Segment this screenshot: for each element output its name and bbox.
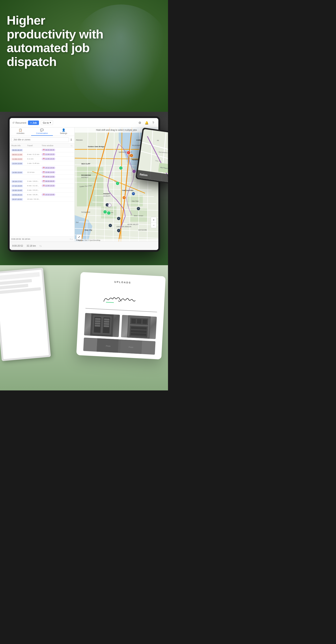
svg-text:SEA CLIFF: SEA CLIFF [81, 163, 90, 165]
table-row[interactable]: 14:50-15:05 13.14 km 13:40-14:40 [10, 170, 74, 175]
laptop-screen: ↺ Recurrent + Job Go to ▾ ⚙ 🔔 ? [10, 118, 158, 250]
hero-section: Higher productivity with automated job d… [0, 0, 168, 112]
settings-label: Settings [60, 132, 67, 134]
status-distance: 32.18 km [27, 245, 36, 247]
goto-button[interactable]: Go to ▾ [41, 120, 53, 125]
table-row[interactable]: 08:00-08:45 08:00-08:45 [10, 148, 74, 152]
table-row[interactable]: 16:16-17:01 2 min / 18.01... 08:00-08:45 [10, 179, 74, 184]
photo-partial: Photo Photo [83, 338, 156, 355]
svg-text:Silver Terrace: Silver Terrace [134, 215, 143, 216]
svg-rect-109 [104, 325, 109, 327]
table-row[interactable]: 11:08-13:23 3.11 km 11:00-13:15 [10, 157, 74, 161]
mobile-left-screen [0, 270, 49, 359]
zoom-out-button[interactable]: − [151, 222, 156, 228]
table-row[interactable]: 13:24-13:39 1 min / 3.45 km [10, 161, 74, 166]
svg-text:CROCKER-AMAZON: CROCKER-AMAZON [116, 226, 131, 228]
conversation-icon: 💬 [40, 128, 44, 132]
svg-text:5: 5 [134, 170, 134, 172]
svg-text:Daly City: Daly City [85, 229, 92, 231]
svg-text:8: 8 [124, 197, 124, 198]
svg-text:1: 1 [108, 212, 109, 214]
svg-rect-106 [104, 318, 109, 320]
footer-time-distance: 8:00-20:52 32.18 km [12, 238, 30, 240]
recurrent-toggle[interactable]: ↺ Recurrent [12, 121, 26, 124]
sort-icon[interactable]: ↑↓ [71, 144, 73, 147]
search-input[interactable] [12, 137, 69, 142]
status-time-range: 8:00-20:52 [12, 245, 23, 247]
svg-text:13: 13 [138, 208, 139, 209]
svg-rect-114 [131, 319, 136, 323]
settings-nav-icon: 👤 [62, 128, 65, 132]
settings-icon[interactable]: ⚙ [137, 120, 142, 125]
sidebar-nav-activities[interactable]: 📋 Activities [10, 128, 31, 136]
svg-rect-116 [142, 319, 147, 324]
svg-text:1: 1 [109, 204, 110, 206]
svg-text:BAYSHORE: BAYSHORE [138, 229, 147, 231]
map-controls: + − [151, 217, 156, 228]
right-device-screen: #4 Sacramento St Clay St Alta Plaza Park… [137, 129, 168, 182]
svg-text:Golden Gate Bridge: Golden Gate Bridge [88, 146, 105, 148]
toolbar-icons: ⚙ 🔔 ? [137, 120, 156, 125]
footer-time: 8:00-20:52 [12, 238, 21, 240]
table-row[interactable]: 08:53-11:08 8 min / 3.11 km 11:00-13:15 [10, 152, 74, 157]
laptop-frame: ↺ Recurrent + Job Go to ▾ ⚙ 🔔 ? [8, 116, 160, 252]
svg-text:10: 10 [118, 218, 119, 219]
svg-text:DISTRICT: DISTRICT [81, 177, 88, 178]
conversation-label: Conversation [36, 132, 48, 134]
photos-grid [84, 313, 157, 339]
svg-text:ACION VALLEY: ACION VALLEY [127, 224, 138, 225]
svg-rect-107 [104, 321, 109, 323]
expand-map-button[interactable]: ⤢ [76, 234, 82, 240]
scroll-up-icon[interactable]: ↑ [70, 238, 71, 240]
zoom-in-button[interactable]: + [151, 217, 156, 222]
mobile-section: UPLOADS [0, 265, 168, 390]
sidebar-search: ⬇ [10, 136, 74, 144]
bell-icon[interactable]: 🔔 [144, 120, 149, 125]
svg-text:HAIGHT: HAIGHT [103, 193, 110, 195]
svg-text:3: 3 [131, 155, 132, 156]
map-attribution-codes: ©82 © OpenStreetMap [84, 240, 100, 241]
sidebar-nav-settings[interactable]: 👤 Settings [53, 128, 74, 136]
photo-electrical [84, 313, 120, 337]
footer-scroll: ↑ ↓ [70, 238, 73, 240]
sidebar-nav-conversation[interactable]: 💬 Conversation [31, 128, 53, 136]
goto-chevron-icon: ▾ [50, 121, 51, 124]
table-row[interactable]: 15:10-15:40 [10, 166, 74, 170]
svg-rect-115 [137, 319, 141, 324]
download-icon[interactable]: ⬇ [70, 138, 73, 142]
sidebar-nav: 📋 Activities 💬 Conversation 👤 Settings [10, 128, 74, 136]
sidebar: 📋 Activities 💬 Conversation 👤 Settings [10, 128, 75, 242]
table-header: Route info Travel Time window ↑↓ [10, 144, 74, 148]
goto-label: Go to [43, 122, 49, 124]
status-sort: ↑↓ [39, 245, 42, 247]
app-body: 📋 Activities 💬 Conversation 👤 Settings [10, 128, 158, 242]
footer-distance-val: 32.18 km [22, 238, 30, 240]
svg-text:RICHMOND: RICHMOND [81, 174, 91, 176]
table-row[interactable]: 20:37-20:52 13 min / 32.18... [10, 197, 74, 202]
app-section: #4 Sacramento St Clay St Alta Plaza Park… [0, 112, 168, 265]
svg-text:12: 12 [118, 230, 119, 231]
signature-svg [99, 289, 145, 309]
table-row[interactable]: 17:10-19:25 8 min / 21.42... 11:00-13:15 [10, 184, 74, 188]
table-row[interactable]: 19:30-19:45 4 min / 23.22... [10, 188, 74, 192]
svg-text:Zoo: Zoo [76, 222, 79, 223]
scroll-down-icon[interactable]: ↓ [72, 238, 73, 240]
mobile-left-device [0, 268, 51, 361]
activities-icon: 📋 [19, 128, 22, 132]
mapbox-logo: © Mapbox [76, 240, 84, 241]
svg-rect-104 [95, 322, 100, 324]
recurrent-icon: ↺ [12, 121, 15, 124]
sidebar-footer: 8:00-20:52 32.18 km ↑ ↓ [10, 236, 74, 242]
map-attribution: © Mapbox ©82 © OpenStreetMap [75, 239, 158, 242]
app-statusbar: 8:00-20:52 32.18 km ↑↓ [10, 242, 158, 250]
sidebar-rows: 08:00-08:45 08:00-08:45 08:53-11:08 8 mi… [10, 148, 74, 236]
hero-title: Higher productivity with automated job d… [7, 14, 114, 68]
svg-text:PRESIDO: PRESIDO [76, 139, 83, 141]
add-job-button[interactable]: + Job [28, 120, 39, 125]
svg-text:4: 4 [120, 168, 121, 168]
signature-area [85, 286, 158, 312]
table-row[interactable]: 08:50-10:00 [10, 175, 74, 179]
help-icon[interactable]: ? [151, 120, 156, 125]
table-row[interactable]: 19:53-20:23 8 min / 26.35... 10:10-10:45 [10, 192, 74, 197]
photo-panel [121, 315, 157, 339]
